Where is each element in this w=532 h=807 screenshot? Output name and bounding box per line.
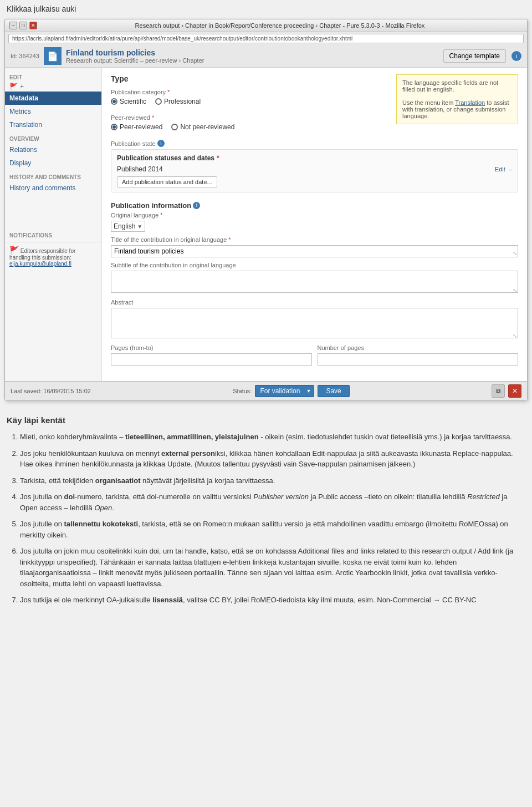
subtitle-resize-icon: ⤡ (513, 287, 517, 293)
scientific-radio[interactable] (111, 98, 117, 105)
publication-category-label: Publication category * (111, 89, 390, 95)
instruction-5: Jos jutulle on tallennettu kokoteksti, t… (20, 519, 525, 540)
sidebar-item-translation[interactable]: Translation (5, 118, 101, 131)
status-select-wrapper: For validation (255, 385, 314, 397)
professional-label: Professional (164, 98, 201, 105)
record-id: Id: 364243 (11, 53, 39, 59)
app-header-left: Id: 364243 📄 Finland tourism policies Re… (11, 47, 204, 65)
status-select[interactable]: For validation (255, 385, 314, 397)
sidebar-translation-label: Translation (9, 121, 42, 129)
status-label: Status: (233, 388, 252, 394)
overview-section-label: OVERVIEW (5, 131, 101, 143)
app-header: Id: 364243 📄 Finland tourism policies Re… (5, 45, 527, 68)
original-language-field: Original language * English ▼ (111, 212, 518, 232)
browser-window: – □ ✕ Research output › Chapter in Book/… (4, 19, 528, 401)
subtitle-input[interactable] (111, 271, 518, 293)
sidebar-item-relations[interactable]: Relations (5, 143, 101, 156)
not-peer-reviewed-option[interactable]: Not peer-reviewed (171, 123, 234, 131)
sidebar-item-history[interactable]: History and comments (5, 181, 101, 195)
language-select[interactable]: English ▼ (111, 221, 145, 232)
publication-category-radio-group: Scientific Professional (111, 98, 390, 105)
original-language-label: Original language * (111, 212, 518, 219)
abstract-field: Abstract ⤡ (111, 299, 518, 340)
instruction-7: Jos tutkija ei ole merkinnyt OA-julkaisu… (20, 595, 525, 606)
subtitle-label: Subtitle of the contribution in original… (111, 262, 518, 268)
notifications-section-label: NOTIFICATIONS (5, 228, 101, 240)
lang-required-star: * (160, 212, 162, 219)
save-button[interactable]: Save (318, 385, 349, 397)
num-pages-field: Number of pages (318, 344, 519, 366)
category-professional[interactable]: Professional (155, 98, 201, 105)
publication-state-info-icon[interactable]: i (157, 140, 165, 147)
maximize-btn[interactable]: □ (19, 22, 27, 29)
title-input-wrapper: ⤡ (111, 245, 518, 257)
record-info: Finland tourism policies Research output… (66, 48, 204, 64)
peer-required-star: * (152, 114, 154, 121)
instruction-2: Jos joku henkilökuntaan kuuluva on menny… (20, 448, 525, 470)
abstract-input[interactable] (111, 308, 518, 338)
change-template-button[interactable]: Change template (443, 49, 506, 63)
instruction-4: Jos jutulla on doi-numero, tarkista, ett… (20, 491, 525, 513)
pub-statuses-star: * (217, 154, 219, 162)
instructions-section: Käy läpi kentät Mieti, onko kohderyhmäva… (0, 410, 532, 622)
browser-controls: – □ ✕ (9, 22, 37, 29)
abstract-input-wrapper: ⤡ (111, 308, 518, 340)
peer-reviewed-label: Peer-reviewed * (111, 114, 390, 121)
category-scientific[interactable]: Scientific (111, 98, 146, 105)
title-required-star: * (228, 236, 231, 243)
not-peer-reviewed-text: Not peer-reviewed (180, 123, 234, 131)
sidebar-relations-label: Relations (9, 146, 37, 154)
num-pages-label: Number of pages (318, 344, 519, 351)
sidebar-history-label: History and comments (9, 184, 75, 192)
pages-label: Pages (from-to) (111, 344, 312, 351)
language-value: English (114, 222, 135, 230)
warning-box: The language specific fields are not fil… (396, 74, 518, 124)
header-actions: Change template i (443, 49, 521, 63)
pages-input[interactable] (111, 353, 312, 366)
sidebar-item-display[interactable]: Display (5, 156, 101, 170)
professional-radio[interactable] (155, 98, 162, 105)
minimize-btn[interactable]: – (9, 22, 17, 29)
instruction-1: Mieti, onko kohderyhmävalinta – tieteell… (20, 432, 525, 443)
instructions-title: Käy läpi kentät (7, 415, 525, 425)
title-input[interactable] (111, 245, 518, 257)
edit-controls: Edit – (495, 166, 512, 172)
sidebar-metrics-label: Metrics (9, 108, 31, 115)
bottom-icons: ⧉ ✕ (492, 384, 521, 398)
instructions-list: Mieti, onko kohderyhmävalinta – tieteell… (7, 432, 525, 606)
add-publication-status-button[interactable]: Add publication status and date... (117, 176, 217, 187)
select-arrow-icon: ▼ (137, 224, 142, 230)
sidebar-item-metrics[interactable]: Metrics (5, 105, 101, 118)
instruction-3: Tarkista, että tekijöiden organisaatiot … (20, 475, 525, 486)
publication-state-section: Publication state i Publication statuses… (111, 140, 518, 192)
sidebar-item-metadata[interactable]: Metadata (5, 92, 101, 105)
sidebar: EDIT 🚩 + Metadata Metrics Translation OV… (5, 68, 102, 381)
published-line: Published 2014 Edit – (117, 165, 512, 173)
book-icon: 📄 (47, 51, 58, 62)
address-bar[interactable]: https://lacris.ulapland.fi/admin/editor/… (8, 34, 524, 43)
last-saved: Last saved: 16/09/2015 15:02 (11, 388, 91, 394)
browser-title-text: Research output › Chapter in Book/Report… (37, 22, 523, 29)
info-icon[interactable]: i (511, 51, 521, 61)
notification-email[interactable]: eija.kumpula@ulapland.fi (9, 261, 71, 267)
browser-titlebar: – □ ✕ Research output › Chapter in Book/… (5, 19, 527, 32)
close-btn[interactable]: ✕ (29, 22, 37, 29)
sidebar-plus-icon: + (20, 83, 24, 90)
translation-link[interactable]: Translation (455, 99, 485, 106)
peer-reviewed-radio[interactable] (111, 124, 117, 130)
edit-link[interactable]: Edit (495, 166, 505, 172)
record-title: Finland tourism policies (66, 48, 204, 57)
sidebar-flag-icon: 🚩 (9, 83, 18, 90)
pub-info-info-icon[interactable]: i (193, 202, 200, 209)
peer-reviewed-text: Peer-reviewed (120, 123, 162, 131)
sidebar-metadata-label: Metadata (9, 94, 38, 102)
status-area: Status: For validation Save (233, 385, 350, 397)
required-star: * (167, 89, 170, 95)
not-peer-reviewed-radio[interactable] (171, 124, 178, 130)
bottom-copy-icon[interactable]: ⧉ (492, 384, 505, 398)
publication-information-section: Publication information i Original langu… (111, 201, 518, 366)
num-pages-input[interactable] (318, 353, 519, 366)
peer-reviewed-radio-group: Peer-reviewed Not peer-reviewed (111, 123, 390, 131)
peer-reviewed-option[interactable]: Peer-reviewed (111, 123, 162, 131)
bottom-delete-icon[interactable]: ✕ (508, 384, 521, 398)
